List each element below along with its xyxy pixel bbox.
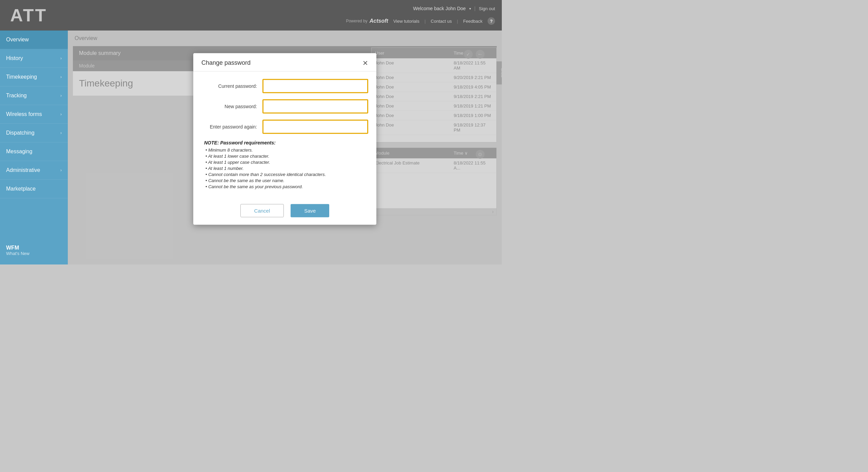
header-top-row: Welcome back John Doe ▾ | Sign out	[413, 6, 495, 11]
sidebar-label-overview: Overview	[6, 37, 29, 43]
welcome-dropdown-icon[interactable]: ▾	[469, 7, 471, 11]
sidebar-item-dispatching[interactable]: Dispatching ›	[0, 124, 68, 142]
sidebar-label-administrative: Administrative	[6, 167, 40, 173]
sidebar-footer: WFM What's New	[0, 240, 68, 261]
header-bottom-row: Powered by Actsoft View tutorials | Cont…	[346, 17, 495, 25]
cancel-button[interactable]: Cancel	[240, 204, 284, 217]
sidebar-item-history[interactable]: History ›	[0, 49, 68, 68]
requirements-note: NOTE: Password requirements:	[204, 140, 368, 145]
modal-header: Change password ✕	[193, 53, 376, 72]
requirement-item: • Cannot contain more than 2 successive …	[204, 172, 368, 177]
modal-close-button[interactable]: ✕	[362, 59, 368, 66]
welcome-text: Welcome back John Doe	[413, 6, 466, 11]
new-password-label: New password:	[201, 104, 262, 109]
sidebar-item-administrative[interactable]: Administrative ›	[0, 161, 68, 180]
new-password-row: New password:	[201, 99, 368, 114]
sidebar-label-tracking: Tracking	[6, 93, 27, 99]
app-title: ATT	[10, 5, 47, 25]
sidebar-label-timekeeping: Timekeeping	[6, 74, 37, 80]
sidebar-label-wireless-forms: Wireless forms	[6, 111, 42, 117]
chevron-icon: ›	[60, 131, 62, 135]
whats-new-label[interactable]: What's New	[6, 251, 62, 256]
sidebar-item-wireless-forms[interactable]: Wireless forms ›	[0, 105, 68, 124]
current-password-row: Current password:	[201, 79, 368, 93]
view-tutorials-link[interactable]: View tutorials	[393, 19, 419, 24]
password-requirements: NOTE: Password requirements: • Minimum 8…	[201, 140, 368, 189]
help-button[interactable]: ?	[488, 17, 495, 25]
contact-us-link[interactable]: Contact us	[431, 19, 452, 24]
sidebar: Overview History › Timekeeping › Trackin…	[0, 31, 68, 264]
actsoft-logo: Actsoft	[370, 18, 388, 24]
chevron-icon: ›	[60, 75, 62, 79]
change-password-modal: Change password ✕ Current password: New …	[193, 53, 376, 225]
sidebar-label-messaging: Messaging	[6, 149, 32, 155]
chevron-icon: ›	[60, 112, 62, 117]
sidebar-label-marketplace: Marketplace	[6, 186, 36, 192]
main-layout: Overview History › Timekeeping › Trackin…	[0, 31, 502, 264]
modal-footer: Cancel Save	[193, 199, 376, 225]
sidebar-item-tracking[interactable]: Tracking ›	[0, 86, 68, 105]
wfm-label: WFM	[6, 245, 62, 251]
feedback-link[interactable]: Feedback	[463, 19, 482, 24]
requirement-item: • At least 1 upper case character.	[204, 160, 368, 165]
current-password-label: Current password:	[201, 83, 262, 89]
chevron-icon: ›	[60, 168, 62, 173]
powered-by: Powered by Actsoft	[346, 18, 388, 24]
requirement-item: • At least 1 lower case character.	[204, 154, 368, 159]
modal-title: Change password	[201, 59, 251, 66]
sign-out-link[interactable]: Sign out	[479, 6, 495, 11]
new-password-input[interactable]	[262, 99, 368, 114]
confirm-password-row: Enter password again:	[201, 120, 368, 134]
top-header: ATT Welcome back John Doe ▾ | Sign out P…	[0, 0, 502, 31]
sidebar-label-history: History	[6, 55, 23, 61]
sidebar-item-timekeeping[interactable]: Timekeeping ›	[0, 68, 68, 86]
requirement-item: • Cannot be the same as the user name.	[204, 178, 368, 183]
sidebar-item-messaging[interactable]: Messaging	[0, 142, 68, 161]
requirement-item: • Cannot be the same as your previous pa…	[204, 184, 368, 189]
modal-body: Current password: New password: Enter pa…	[193, 72, 376, 199]
sidebar-item-marketplace[interactable]: Marketplace	[0, 180, 68, 198]
sidebar-label-dispatching: Dispatching	[6, 130, 35, 136]
current-password-input[interactable]	[262, 79, 368, 93]
header-right: Welcome back John Doe ▾ | Sign out Power…	[346, 0, 495, 31]
requirements-list: • Minimum 8 characters.• At least 1 lowe…	[204, 148, 368, 189]
save-button[interactable]: Save	[291, 204, 329, 217]
confirm-password-input[interactable]	[262, 120, 368, 134]
confirm-password-label: Enter password again:	[201, 124, 262, 130]
sidebar-item-overview[interactable]: Overview	[0, 31, 68, 49]
chevron-icon: ›	[60, 93, 62, 98]
content-area: Overview Module summary Module Timekeepi…	[68, 31, 502, 264]
requirement-item: • At least 1 number.	[204, 166, 368, 171]
requirement-item: • Minimum 8 characters.	[204, 148, 368, 153]
chevron-icon: ›	[60, 56, 62, 61]
